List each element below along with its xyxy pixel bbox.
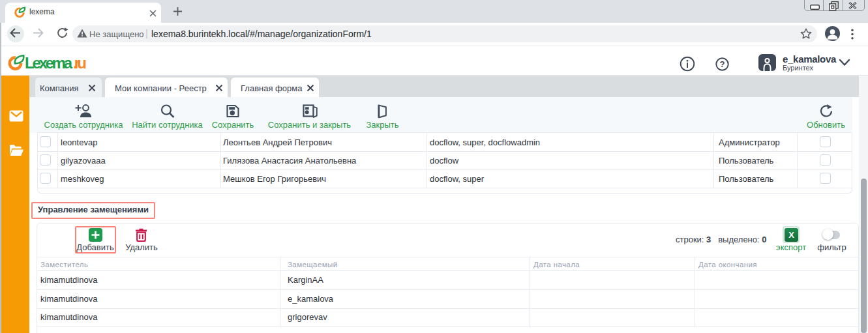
svg-text:Lexema: Lexema — [25, 54, 73, 72]
svg-text:?: ? — [720, 59, 725, 69]
svg-text:.ru: .ru — [73, 54, 87, 72]
